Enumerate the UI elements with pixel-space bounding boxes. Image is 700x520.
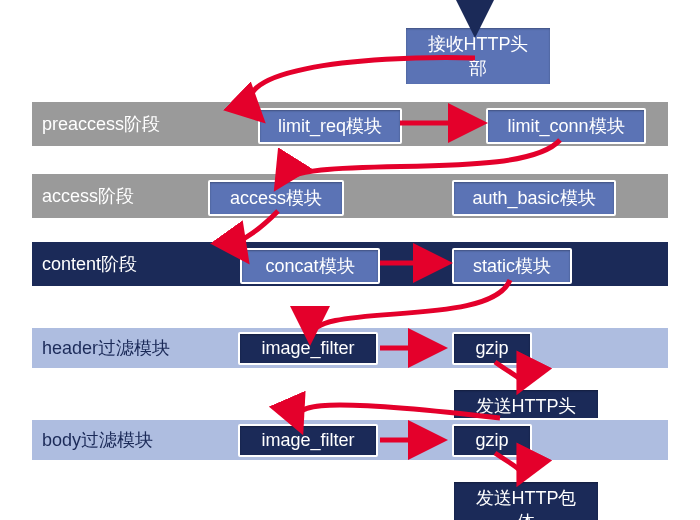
node-concat: concat模块 [240, 248, 380, 284]
node-receive-http-header: 接收HTTP头部 [404, 26, 552, 86]
stage-content-label: content阶段 [42, 252, 192, 276]
node-header-gzip: gzip [452, 332, 532, 365]
node-header-image-filter: image_filter [238, 332, 378, 365]
stage-header-label: header过滤模块 [42, 336, 192, 360]
node-static: static模块 [452, 248, 572, 284]
stage-preaccess-label: preaccess阶段 [42, 112, 192, 136]
node-limit-conn: limit_conn模块 [486, 108, 646, 144]
stage-access-label: access阶段 [42, 184, 192, 208]
node-body-image-filter: image_filter [238, 424, 378, 457]
node-limit-req: limit_req模块 [258, 108, 402, 144]
node-auth-basic: auth_basic模块 [452, 180, 616, 216]
node-access: access模块 [208, 180, 344, 216]
node-send-http-body: 发送HTTP包体 [452, 480, 600, 520]
node-body-gzip: gzip [452, 424, 532, 457]
stage-body-label: body过滤模块 [42, 428, 192, 452]
